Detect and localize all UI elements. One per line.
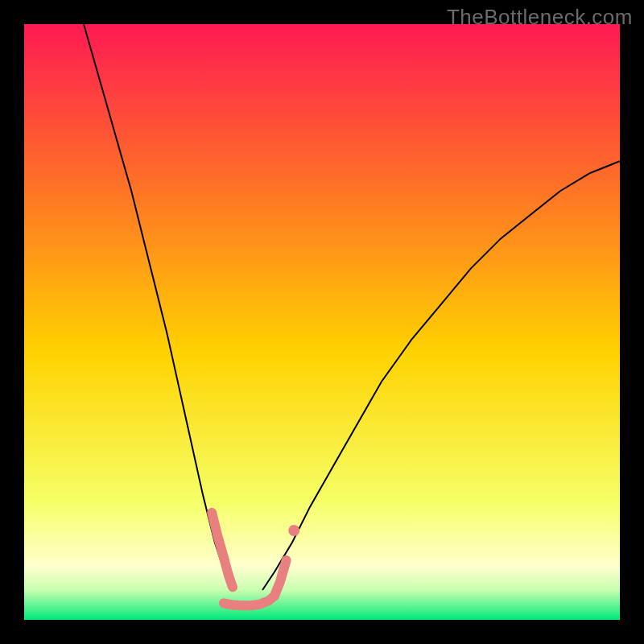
chart-frame: TheBottleneck.com xyxy=(0,0,644,644)
watermark-text: TheBottleneck.com xyxy=(447,5,633,30)
plot-area xyxy=(24,24,620,620)
plot-svg xyxy=(24,24,620,620)
gradient-bg xyxy=(24,24,620,620)
